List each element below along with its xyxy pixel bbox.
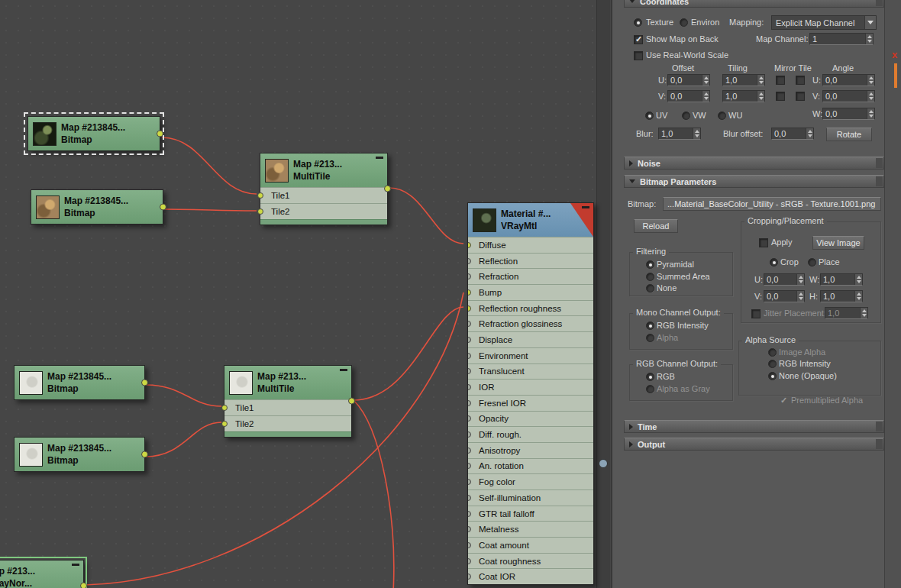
input-socket[interactable] [468, 558, 471, 564]
collapse-icon[interactable] [340, 369, 347, 371]
input-socket[interactable] [257, 192, 263, 199]
crop-h-spinner[interactable]: 1,0 [820, 290, 863, 302]
node-bitmap-2[interactable]: Map #213845... Bitmap [31, 189, 163, 225]
wire[interactable] [162, 137, 257, 194]
input-socket[interactable] [468, 289, 471, 296]
node-bitmap-3[interactable]: Map #213845... Bitmap [14, 365, 145, 400]
output-socket[interactable] [141, 451, 148, 458]
material-param-row[interactable]: Refraction glossiness [468, 315, 593, 331]
spinner-arrows[interactable] [806, 128, 813, 139]
spinner-arrows[interactable] [867, 108, 874, 119]
input-socket[interactable] [468, 368, 471, 374]
node-bitmap-4[interactable]: Map #213845... Bitmap [14, 437, 145, 472]
crop-radio[interactable] [770, 258, 778, 267]
jitter-spinner[interactable]: 1,0 [825, 307, 868, 319]
alpha-as-gray-radio[interactable] [646, 385, 654, 393]
input-socket[interactable] [257, 208, 263, 215]
input-socket[interactable] [468, 431, 471, 438]
output-socket[interactable] [157, 131, 163, 137]
material-param-row[interactable]: Opacity [468, 411, 593, 427]
material-param-row[interactable]: Coat roughness [468, 553, 593, 569]
input-socket[interactable] [468, 447, 471, 454]
material-param-row[interactable]: IOR [468, 379, 593, 395]
none-opaque-radio[interactable] [768, 372, 777, 380]
rollout-noise[interactable]: Noise [624, 157, 884, 170]
chevron-down-icon[interactable] [864, 16, 876, 29]
u-tile-checkbox[interactable] [796, 76, 805, 85]
place-radio[interactable] [808, 258, 816, 267]
node-header[interactable]: Map #213... MultiTile [260, 153, 387, 187]
u-mirror-checkbox[interactable] [776, 76, 785, 85]
input-socket[interactable] [468, 353, 471, 359]
rollout-coordinates[interactable]: Coordinates [624, 0, 884, 8]
apply-checkbox[interactable] [759, 238, 768, 247]
view-image-button[interactable]: View Image [812, 236, 864, 250]
premultiplied-alpha-checkbox[interactable] [779, 396, 788, 405]
spinner-arrows[interactable] [796, 274, 804, 285]
input-socket[interactable] [468, 415, 471, 422]
rollout-time[interactable]: Time [624, 420, 884, 433]
input-socket[interactable] [468, 463, 471, 469]
spinner-arrows[interactable] [854, 274, 862, 285]
show-map-on-back-checkbox[interactable] [634, 35, 643, 44]
material-param-row[interactable]: Coat amount [468, 537, 593, 553]
spinner-arrows[interactable] [757, 91, 764, 102]
material-param-row[interactable]: Diffuse [468, 237, 593, 253]
alpha-rgb-intensity-radio[interactable] [768, 360, 777, 368]
material-param-row[interactable]: Refraction [468, 268, 593, 284]
input-socket[interactable] [468, 384, 471, 390]
real-world-scale-checkbox[interactable] [634, 51, 643, 60]
rgb-radio[interactable] [646, 373, 654, 381]
texture-radio[interactable] [634, 18, 642, 27]
wire[interactable] [354, 307, 463, 400]
node-view[interactable]: Map #213845... Bitmap Map #213845... Bit… [0, 0, 611, 588]
output-socket[interactable] [141, 380, 148, 386]
v-tiling-spinner[interactable]: 1,0 [722, 90, 765, 102]
node-header[interactable]: Map #213... VRayNor... [0, 561, 83, 588]
spinner-arrows[interactable] [865, 34, 873, 44]
input-socket[interactable] [468, 511, 471, 517]
node-view-scrollbar-thumb[interactable] [599, 459, 608, 468]
u-tiling-spinner[interactable]: 1,0 [722, 74, 765, 86]
node-bitmap-1[interactable]: Map #213845... Bitmap [27, 116, 160, 151]
material-param-row[interactable]: Reflection [468, 253, 593, 269]
output-socket[interactable] [384, 186, 391, 192]
material-param-row[interactable]: Bump [468, 284, 593, 300]
spinner-arrows[interactable] [867, 75, 874, 86]
material-param-row[interactable]: Fresnel IOR [468, 395, 593, 411]
input-socket[interactable] [468, 337, 471, 343]
mono-alpha-radio[interactable] [646, 334, 654, 342]
crop-v-spinner[interactable]: 0,0 [764, 290, 805, 302]
input-socket[interactable] [468, 400, 471, 406]
spinner-arrows[interactable] [693, 128, 700, 139]
input-socket[interactable] [468, 258, 471, 264]
jitter-checkbox[interactable] [751, 309, 761, 318]
output-socket[interactable] [80, 583, 87, 588]
spinner-arrows[interactable] [796, 291, 804, 302]
input-socket[interactable] [468, 479, 471, 485]
node-vraymtl[interactable]: Material #... VRayMtl Diffuse Reflection [467, 202, 594, 585]
material-param-row[interactable]: Reflection roughness [468, 300, 593, 316]
tile-slot[interactable]: Tile1 [224, 399, 351, 415]
panel-scrollbar[interactable]: x [884, 0, 901, 588]
wu-radio[interactable] [718, 111, 726, 120]
pyramidal-radio[interactable] [646, 260, 654, 269]
material-param-row[interactable]: Translucent [468, 363, 593, 380]
image-alpha-radio[interactable] [768, 348, 777, 357]
input-socket[interactable] [468, 321, 471, 327]
wire[interactable] [165, 209, 257, 211]
node-vraynormal[interactable]: Map #213... VRayNor... [0, 560, 84, 588]
node-multitile-1[interactable]: Map #213... MultiTile Tile1 Tile2 [260, 153, 388, 225]
rotate-button[interactable]: Rotate [826, 128, 872, 141]
input-socket[interactable] [221, 405, 228, 411]
wire[interactable] [146, 422, 221, 457]
crop-u-spinner[interactable]: 0,0 [764, 273, 805, 286]
wire[interactable] [354, 400, 394, 588]
vw-radio[interactable] [682, 111, 690, 120]
uv-radio[interactable] [645, 111, 654, 120]
wire[interactable] [389, 188, 463, 244]
node-header[interactable]: Map #213845... Bitmap [31, 190, 163, 224]
input-socket[interactable] [468, 305, 471, 312]
rollout-bitmap-parameters[interactable]: Bitmap Parameters [624, 175, 884, 188]
input-socket[interactable] [468, 542, 471, 548]
